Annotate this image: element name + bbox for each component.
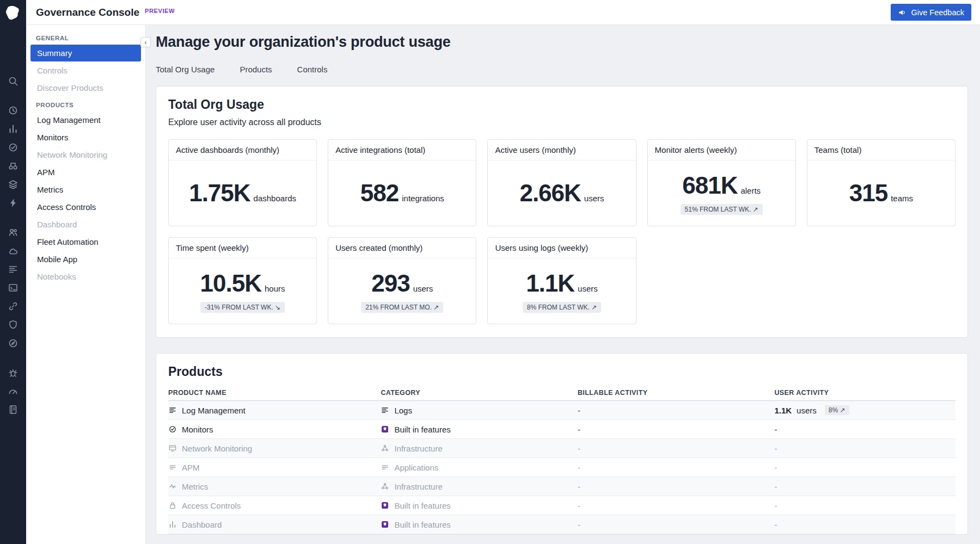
logs-icon[interactable] xyxy=(8,264,19,275)
sidebar-item-access-controls[interactable]: Access Controls xyxy=(30,199,141,215)
stat-card-users-created: Users created (monthly) 293 users 21% FR… xyxy=(328,237,476,324)
products-table-header: PRODUCT NAME CATEGORY BILLABLE ACTIVITY … xyxy=(168,389,955,401)
sidebar-section-general: GENERAL xyxy=(36,35,136,41)
sidebar-item-dashboard[interactable]: Dashboard xyxy=(30,216,141,233)
stat-label: Active users (monthly) xyxy=(488,140,635,160)
sidebar-item-metrics[interactable]: Metrics xyxy=(30,181,141,198)
stat-card-users-using-logs: Users using logs (weekly) 1.1K users 8% … xyxy=(487,237,636,324)
nav-link-total-org-usage[interactable]: Total Org Usage xyxy=(156,65,215,74)
sidebar-section-products: PRODUCTS xyxy=(36,102,136,108)
nav-link-controls[interactable]: Controls xyxy=(297,65,328,74)
lock-icon xyxy=(168,501,177,510)
stat-label: Users created (monthly) xyxy=(328,238,476,258)
search-icon[interactable] xyxy=(8,76,19,86)
give-feedback-button[interactable]: Give Feedback xyxy=(891,4,971,21)
governance-console-app: Governance Console PREVIEW Give Feedback… xyxy=(0,0,980,544)
watchdog-icon[interactable] xyxy=(8,160,19,171)
user-activity: - xyxy=(774,482,955,491)
stat-unit: dashboards xyxy=(254,194,296,203)
bar-chart-icon xyxy=(168,520,177,529)
stat-unit: users xyxy=(413,284,433,293)
products-card-title: Products xyxy=(168,364,955,379)
usage-card-subtitle: Explore user activity across all product… xyxy=(168,118,955,127)
product-name: Monitors xyxy=(182,425,213,434)
security-icon[interactable] xyxy=(8,319,19,330)
sidebar-collapse-button[interactable]: ‹ xyxy=(140,37,151,47)
stat-unit: users xyxy=(584,194,604,203)
sidebar-item-discover-products[interactable]: Discover Products xyxy=(30,79,141,96)
billable-activity: - xyxy=(578,520,775,529)
stat-card-active-integrations: Active integrations (total) 582 integrat… xyxy=(328,139,476,226)
synthetics-icon[interactable] xyxy=(8,338,19,349)
sidebar-item-apm[interactable]: APM xyxy=(30,164,141,181)
ci-cd-icon[interactable] xyxy=(8,282,19,293)
monitor-check-icon xyxy=(168,425,177,434)
history-icon[interactable] xyxy=(8,105,19,116)
user-activity: - xyxy=(774,520,955,529)
table-row-metrics[interactable]: Metrics Infrastructure - - xyxy=(168,477,955,496)
stat-label: Active integrations (total) xyxy=(328,140,476,160)
stat-value: 1.75K xyxy=(189,180,250,207)
error-tracking-icon[interactable] xyxy=(8,367,19,378)
give-feedback-label: Give Feedback xyxy=(911,8,964,17)
stat-value: 681K xyxy=(682,172,737,199)
main-content: Manage your organization's product usage… xyxy=(146,25,980,544)
user-activity-unit: users xyxy=(797,406,817,415)
notebooks-icon[interactable] xyxy=(8,404,19,415)
billable-activity: - xyxy=(578,463,775,472)
megaphone-icon xyxy=(898,8,906,17)
column-category: CATEGORY xyxy=(381,389,578,397)
sidebar-item-mobile-app[interactable]: Mobile App xyxy=(30,251,141,268)
billable-activity: - xyxy=(578,501,775,510)
network-screen-icon xyxy=(168,444,177,453)
category-name: Applications xyxy=(394,463,438,472)
total-org-usage-card: Total Org Usage Explore user activity ac… xyxy=(156,86,968,338)
stat-value: 582 xyxy=(360,180,399,207)
sidebar-item-notebooks[interactable]: Notebooks xyxy=(30,268,141,285)
table-row-access-controls[interactable]: Access Controls Built in features - - xyxy=(168,496,955,515)
stat-label: Teams (total) xyxy=(807,140,955,160)
organization-icon[interactable] xyxy=(8,227,19,238)
category-name: Built in features xyxy=(394,520,450,529)
category-name: Infrastructure xyxy=(394,482,442,491)
stat-card-grid: Active dashboards (monthly) 1.75K dashbo… xyxy=(168,139,955,324)
stat-card-time-spent: Time spent (weekly) 10.5K hours -31% FRO… xyxy=(168,237,317,324)
sidebar-item-log-management[interactable]: Log Management xyxy=(30,112,141,128)
billable-activity: - xyxy=(578,482,775,491)
sidebar-item-fleet-automation[interactable]: Fleet Automation xyxy=(30,233,141,250)
product-name: Access Controls xyxy=(182,501,241,510)
table-row-log-management[interactable]: Log Management Logs - 1.1K users 8% ↗ xyxy=(168,401,955,420)
monitors-icon[interactable] xyxy=(8,142,19,153)
metrics-icon[interactable] xyxy=(8,123,19,134)
table-row-monitors[interactable]: Monitors Built in features - - xyxy=(168,420,955,439)
datadog-purple-icon xyxy=(381,425,389,434)
nav-link-products[interactable]: Products xyxy=(240,65,272,74)
product-icon-rail xyxy=(0,0,26,544)
sidebar-item-summary[interactable]: Summary xyxy=(30,45,141,61)
table-row-dashboard[interactable]: Dashboard Built in features - - xyxy=(168,515,955,534)
stat-label: Active dashboards (monthly) xyxy=(169,140,316,160)
usage-card-title: Total Org Usage xyxy=(168,97,955,112)
category-name: Logs xyxy=(394,406,412,415)
performance-icon[interactable] xyxy=(8,386,19,397)
stat-label: Monitor alerts (weekly) xyxy=(648,140,795,160)
sidebar-item-monitors[interactable]: Monitors xyxy=(30,129,141,146)
sidebar-item-controls[interactable]: Controls xyxy=(30,62,141,79)
sidebar-item-network-monitoring[interactable]: Network Monitoring xyxy=(30,146,141,163)
category-name: Built in features xyxy=(394,425,450,434)
quick-actions-icon[interactable] xyxy=(8,197,19,208)
product-name: Log Management xyxy=(182,406,246,415)
cloud-icon[interactable] xyxy=(8,245,19,256)
stat-value: 10.5K xyxy=(200,270,261,297)
user-activity: - xyxy=(774,444,955,453)
top-bar: Governance Console PREVIEW Give Feedback xyxy=(26,0,980,25)
stat-trend-badge: 51% FROM LAST WK. ↗ xyxy=(681,204,763,215)
service-links-icon[interactable] xyxy=(8,301,19,312)
integrations-icon[interactable] xyxy=(8,179,19,190)
table-row-apm[interactable]: APM Applications - - xyxy=(168,458,955,477)
table-row-network-monitoring[interactable]: Network Monitoring Infrastructure - - xyxy=(168,439,955,458)
logs-icon xyxy=(168,406,177,415)
column-user-activity: USER ACTIVITY xyxy=(774,389,955,397)
billable-activity: - xyxy=(578,425,775,434)
datadog-logo-icon[interactable] xyxy=(4,4,22,22)
